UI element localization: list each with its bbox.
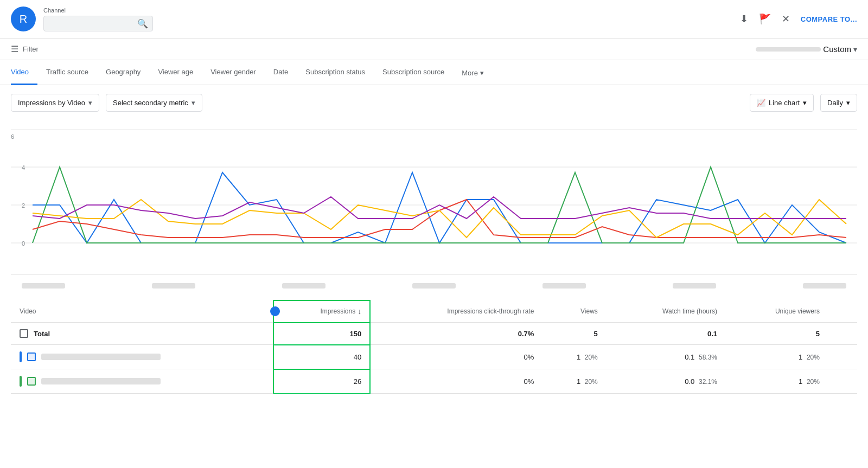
video-2-unique-viewers-pct: 20% (807, 378, 820, 386)
col-header-watch-time: Watch time (hours) (607, 300, 726, 323)
total-impressions: 150 (273, 323, 370, 345)
video-1-title-placeholder (41, 354, 161, 360)
video-1-watch-time-pct: 58.3% (699, 354, 717, 361)
date-label-3 (282, 283, 326, 289)
filter-icon: ☰ (11, 44, 18, 54)
col-header-empty (828, 300, 857, 323)
secondary-metric-dropdown[interactable]: Select secondary metric ▾ (106, 94, 202, 112)
total-empty (828, 323, 857, 345)
col-header-unique-viewers: Unique viewers (726, 300, 828, 323)
top-bar: R Channel 🔍 ⬇ 🚩 ✕ COMPARE TO... (0, 0, 868, 39)
data-table: Video Impressions ↓ Impressions click-th… (11, 300, 857, 394)
more-chevron-icon: ▾ (480, 69, 484, 77)
tab-date[interactable]: Date (265, 60, 297, 85)
chart-type-label: Line chart (769, 99, 800, 107)
video-1-views: 1 20% (542, 345, 606, 369)
col-header-video: Video (11, 300, 273, 323)
tab-more[interactable]: More ▾ (453, 61, 493, 85)
period-label: Daily (827, 99, 843, 107)
video-2-ctr: 0% (370, 369, 542, 394)
sort-icon: ↓ (358, 307, 361, 316)
date-selector[interactable]: Custom ▾ (756, 44, 857, 54)
search-icon[interactable]: 🔍 (137, 18, 148, 29)
tab-viewer-age[interactable]: Viewer age (149, 60, 202, 85)
date-label-6 (673, 283, 716, 289)
col-header-views: Views (542, 300, 606, 323)
total-ctr: 0.7% (370, 323, 542, 345)
more-label: More (462, 69, 478, 77)
date-preset-label: Custom (823, 44, 851, 54)
date-label-7 (803, 283, 846, 289)
video-1-color-bar (20, 351, 22, 362)
download-icon[interactable]: ⬇ (740, 13, 748, 25)
filter-label: Filter (23, 45, 39, 53)
period-button[interactable]: Daily ▾ (820, 94, 857, 112)
video-1-checkbox[interactable] (27, 352, 36, 361)
channel-label: Channel (43, 7, 153, 14)
primary-metric-dropdown[interactable]: Impressions by Video ▾ (11, 94, 99, 112)
chart-controls: Impressions by Video ▾ Select secondary … (0, 85, 868, 120)
top-right-actions: ⬇ 🚩 ✕ COMPARE TO... (740, 13, 857, 25)
video-1-unique-viewers-pct: 20% (807, 354, 820, 361)
video-2-color-bar (20, 376, 22, 387)
secondary-metric-label: Select secondary metric (113, 99, 188, 107)
channel-search-input[interactable] (48, 20, 135, 28)
video-2-views: 1 20% (542, 369, 606, 394)
total-views: 5 (542, 323, 606, 345)
total-watch-time: 0.1 (607, 323, 726, 345)
table-row: 26 0% 1 20% 0.0 32.1% 1 20% (11, 369, 857, 394)
date-label-1 (22, 283, 65, 289)
video-2-impressions: 26 (273, 369, 370, 394)
table-row: 40 0% 1 20% 0.1 58.3% 1 20% (11, 345, 857, 369)
video-1-watch-time: 0.1 58.3% (607, 345, 726, 369)
video-2-views-pct: 20% (585, 378, 598, 386)
video-2-title (11, 369, 273, 394)
tab-geography[interactable]: Geography (97, 60, 149, 85)
close-icon[interactable]: ✕ (782, 13, 790, 25)
svg-text:0: 0 (22, 240, 25, 247)
channel-section: Channel 🔍 (43, 7, 153, 31)
video-1-empty (828, 345, 857, 369)
chart-type-chevron-icon: ▾ (803, 99, 807, 107)
col-header-ctr: Impressions click-through rate (370, 300, 542, 323)
col-header-impressions[interactable]: Impressions ↓ (273, 300, 370, 323)
date-chevron-icon: ▾ (853, 45, 857, 54)
svg-text:2: 2 (22, 202, 25, 209)
video-2-watch-time-pct: 32.1% (699, 378, 717, 386)
video-2-empty (828, 369, 857, 394)
total-label: Total (11, 323, 273, 345)
tab-subscription-status[interactable]: Subscription status (297, 60, 374, 85)
tab-subscription-source[interactable]: Subscription source (374, 60, 453, 85)
date-range-bar (756, 47, 821, 52)
video-1-title (11, 345, 273, 369)
flag-icon[interactable]: 🚩 (759, 13, 771, 25)
total-unique-viewers: 5 (726, 323, 828, 345)
video-2-checkbox[interactable] (27, 377, 36, 386)
tab-traffic-source[interactable]: Traffic source (37, 60, 97, 85)
table-row-total: Total 150 0.7% 5 0.1 5 (11, 323, 857, 345)
video-1-impressions: 40 (273, 345, 370, 369)
chart-area: 6 4 2 0 (0, 129, 868, 300)
y-axis-6: 6 (11, 133, 14, 140)
svg-text:4: 4 (22, 164, 25, 171)
impressions-sort-dot (270, 306, 280, 316)
date-axis (11, 281, 857, 291)
filter-bar: ☰ Filter Custom ▾ (0, 39, 868, 60)
video-1-ctr: 0% (370, 345, 542, 369)
channel-search-bar[interactable]: 🔍 (43, 16, 153, 31)
line-chart-svg: 4 2 0 (11, 129, 857, 281)
primary-metric-label: Impressions by Video (18, 99, 85, 107)
compare-to-button[interactable]: COMPARE TO... (801, 15, 857, 23)
video-1-unique-viewers: 1 20% (726, 345, 828, 369)
tab-viewer-gender[interactable]: Viewer gender (202, 60, 265, 85)
secondary-metric-chevron-icon: ▾ (192, 99, 195, 107)
date-label-5 (542, 283, 586, 289)
video-2-watch-time: 0.0 32.1% (607, 369, 726, 394)
primary-metric-chevron-icon: ▾ (88, 99, 92, 107)
date-label-2 (152, 283, 195, 289)
total-checkbox[interactable] (20, 329, 28, 338)
tab-video[interactable]: Video (11, 60, 37, 85)
chart-type-button[interactable]: 📈 Line chart ▾ (750, 94, 814, 112)
line-chart-icon: 📈 (757, 99, 765, 107)
video-1-views-pct: 20% (585, 354, 598, 361)
